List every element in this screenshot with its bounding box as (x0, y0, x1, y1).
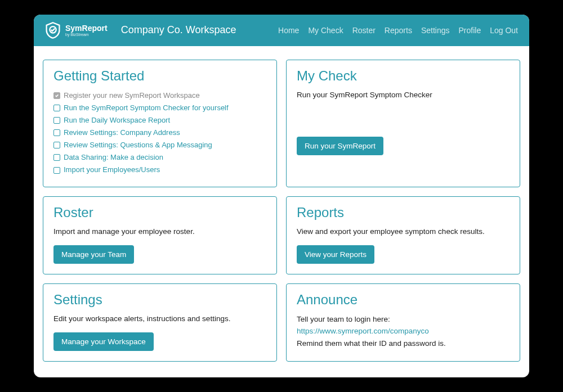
card-title: Getting Started (53, 68, 266, 84)
card-title: Reports (297, 205, 510, 220)
announce-url-link[interactable]: https://www.symreport.com/companyco (297, 327, 429, 335)
announce-remind: Remind them what their ID and password i… (297, 339, 446, 348)
logo-text: SymReport by BizStream (65, 24, 108, 37)
checklist-item-label: Register your new SymReport Workspace (64, 89, 200, 102)
checklist-item-label[interactable]: Data Sharing: Make a decision (64, 151, 163, 164)
card-title: Roster (53, 205, 266, 220)
checkbox-icon[interactable] (53, 154, 60, 161)
checklist-item-label[interactable]: Review Settings: Questions & App Messagi… (64, 139, 212, 151)
checkbox-icon[interactable] (53, 105, 60, 111)
announce-intro: Tell your team to login here: (297, 315, 390, 323)
checklist-item-label[interactable]: Review Settings: Company Address (64, 127, 180, 139)
checkbox-icon[interactable] (53, 129, 60, 136)
logo[interactable]: SymReport by BizStream (45, 21, 108, 39)
checklist-item-label[interactable]: Run the Daily Workspace Report (64, 114, 170, 127)
card-description: Run your SymReport Symptom Checker (297, 89, 510, 101)
workspace-title: Company Co. Workspace (121, 24, 236, 36)
main-nav: Home My Check Roster Reports Settings Pr… (278, 26, 518, 35)
card-description: View and export your employee symptom ch… (297, 226, 510, 237)
checklist-item: Run the Daily Workspace Report (53, 114, 266, 127)
settings-card: Settings Edit your workspace alerts, ins… (43, 283, 277, 362)
announce-text: Tell your team to login here: https://ww… (297, 313, 510, 350)
checklist-item: Register your new SymReport Workspace (53, 89, 266, 102)
checklist-item: Data Sharing: Make a decision (53, 151, 266, 164)
reports-card: Reports View and export your employee sy… (286, 196, 520, 274)
app-window: SymReport by BizStream Company Co. Works… (34, 15, 529, 377)
view-reports-button[interactable]: View your Reports (297, 245, 374, 264)
checkbox-icon[interactable] (53, 167, 60, 174)
checklist-item: Review Settings: Questions & App Messagi… (53, 139, 266, 151)
manage-workspace-button[interactable]: Manage your Workspace (53, 332, 154, 351)
getting-started-card: Getting Started Register your new SymRep… (43, 60, 277, 187)
shield-check-icon (45, 21, 61, 39)
manage-team-button[interactable]: Manage your Team (53, 245, 134, 264)
card-description: Edit your workspace alerts, instructions… (53, 313, 266, 325)
announce-card: Announce Tell your team to login here: h… (286, 283, 520, 362)
checklist-item: Run the SymReport Symptom Checker for yo… (53, 102, 266, 114)
nav-logout[interactable]: Log Out (490, 26, 518, 35)
checklist-item: Review Settings: Company Address (53, 127, 266, 139)
logo-name: SymReport (65, 24, 108, 33)
card-description: Import and manage your employee roster. (53, 226, 266, 237)
run-symreport-button[interactable]: Run your SymReport (297, 137, 383, 155)
my-check-card: My Check Run your SymReport Symptom Chec… (286, 60, 520, 187)
checkbox-icon[interactable] (53, 142, 60, 148)
nav-roster[interactable]: Roster (352, 26, 376, 35)
nav-profile[interactable]: Profile (458, 26, 481, 35)
checkbox-icon[interactable] (53, 117, 60, 124)
nav-settings[interactable]: Settings (421, 26, 450, 35)
checklist-item-label[interactable]: Import your Employees/Users (64, 164, 160, 176)
roster-card: Roster Import and manage your employee r… (43, 196, 277, 274)
content-grid: Getting Started Register your new SymRep… (34, 46, 529, 377)
checkbox-checked-icon[interactable] (53, 92, 60, 99)
topbar: SymReport by BizStream Company Co. Works… (34, 15, 529, 46)
logo-byline: by BizStream (65, 33, 108, 37)
checklist-item-label[interactable]: Run the SymReport Symptom Checker for yo… (64, 102, 229, 114)
card-title: Settings (53, 292, 266, 308)
card-title: My Check (297, 68, 510, 84)
getting-started-checklist: Register your new SymReport WorkspaceRun… (53, 89, 266, 177)
card-title: Announce (297, 292, 510, 308)
nav-reports[interactable]: Reports (385, 26, 412, 35)
nav-home[interactable]: Home (278, 26, 299, 35)
checklist-item: Import your Employees/Users (53, 164, 266, 176)
nav-my-check[interactable]: My Check (308, 26, 343, 35)
